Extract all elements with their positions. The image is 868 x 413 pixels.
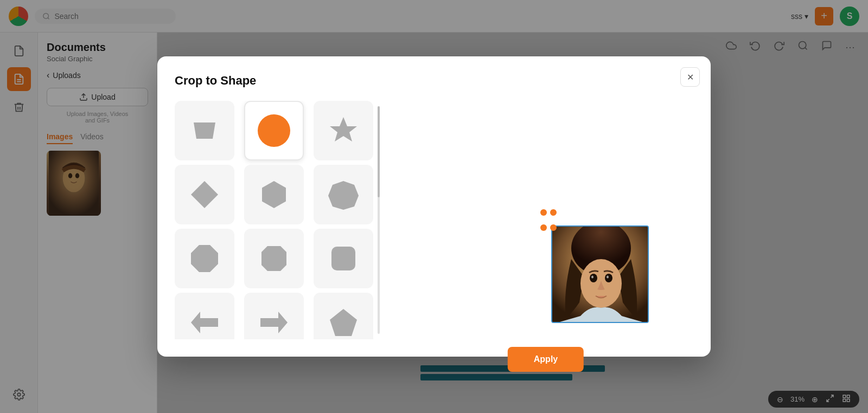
preview-panel: Apply [398,101,693,339]
modal-title: Crop to Shape [175,74,693,88]
crop-handle-tr[interactable] [540,224,547,231]
svg-point-32 [590,274,597,282]
shape-diamond[interactable] [175,165,234,224]
shape-arrow-right[interactable] [244,293,304,339]
svg-marker-18 [194,122,215,139]
shape-star[interactable] [314,101,373,160]
shape-octagon2[interactable] [244,229,304,288]
svg-rect-25 [331,247,355,270]
preview-image [551,225,649,323]
scroll-thumb [378,106,380,197]
svg-marker-21 [262,181,286,208]
svg-marker-27 [260,312,288,333]
shapes-grid [175,101,381,339]
apply-button[interactable]: Apply [508,347,584,372]
shape-arrow-left[interactable] [175,293,234,339]
shape-heptagon[interactable] [314,165,373,224]
modal-overlay: Crop to Shape ✕ [0,0,868,413]
scroll-indicator [378,106,380,334]
shape-octagon[interactable] [175,229,234,288]
svg-point-33 [605,274,612,282]
crop-handle-br[interactable] [540,209,547,216]
svg-marker-19 [330,117,357,141]
modal-body: Apply [175,101,693,339]
shape-parallelogram[interactable] [175,101,234,160]
svg-marker-20 [191,181,218,208]
svg-marker-28 [330,309,357,336]
svg-point-35 [607,276,609,279]
crop-handle-tl[interactable] [550,224,557,231]
svg-marker-24 [261,246,286,271]
shape-pentagon[interactable] [314,293,373,339]
svg-marker-22 [328,181,359,210]
crop-to-shape-modal: Crop to Shape ✕ [157,56,711,357]
svg-marker-26 [191,312,218,333]
svg-marker-23 [191,245,218,272]
crop-handle-bl[interactable] [550,209,557,216]
modal-close-button[interactable]: ✕ [680,67,700,87]
svg-point-34 [591,276,593,279]
shape-hexagon[interactable] [244,165,304,224]
shapes-panel [175,101,381,339]
shape-rounded-square[interactable] [314,229,373,288]
shape-circle[interactable] [244,101,304,160]
